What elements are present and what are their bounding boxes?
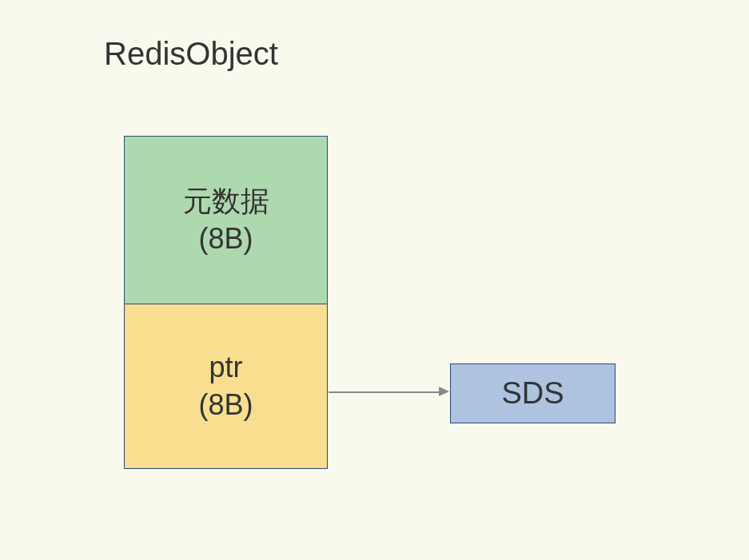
arrow-line	[329, 391, 440, 393]
metadata-box: 元数据 (8B)	[125, 137, 327, 304]
ptr-box: ptr (8B)	[125, 304, 327, 468]
ptr-label-line2: (8B)	[198, 387, 253, 424]
ptr-label-line1: ptr	[209, 349, 242, 387]
metadata-label-line2: (8B)	[198, 220, 253, 258]
redis-object-container: 元数据 (8B) ptr (8B)	[124, 136, 328, 469]
metadata-label-line1: 元数据	[183, 183, 269, 220]
sds-box: SDS	[450, 363, 616, 423]
diagram-title: RedisObject	[104, 36, 278, 72]
sds-label: SDS	[501, 376, 564, 411]
arrow-head-icon	[439, 387, 449, 396]
pointer-arrow	[329, 391, 449, 393]
